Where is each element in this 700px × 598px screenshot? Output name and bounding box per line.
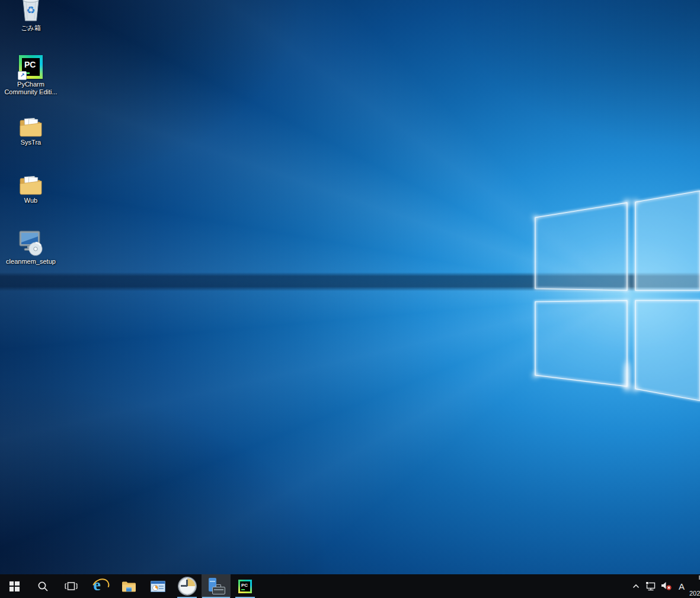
ethernet-network-icon [645,581,657,591]
start-button[interactable] [0,574,28,598]
clock-app-button[interactable] [172,574,202,598]
search-icon [37,581,49,592]
desktop-wallpaper [0,0,700,574]
pycharm-label-line1: PyCharm [17,81,44,88]
network-status-button[interactable] [643,574,659,598]
file-explorer-button[interactable] [114,574,143,598]
system-config-icon [151,581,165,592]
windows-start-icon [9,581,20,591]
task-view-button[interactable] [57,574,85,598]
installer-icon [17,230,44,256]
clock-date-partial: 202 [689,590,700,597]
desktop-icon-pycharm[interactable]: PC ↗ PyCharm Community Editi... [0,55,62,96]
pc-tower-toolbox-icon [207,578,225,594]
wub-label: Wub [24,197,37,204]
folder-icon [19,175,43,195]
systra-label: SysTra [21,139,41,146]
task-view-icon [65,581,78,591]
desktop-icon-wub[interactable]: Wub [0,175,62,204]
recycle-bin-label: ごみ箱 [21,24,41,32]
recycle-bin-icon: ♻ [19,0,43,23]
volume-muted-icon [660,581,672,591]
pycharm-icon: PC ↗ [19,55,43,79]
ime-mode-indicator[interactable]: A [674,574,689,598]
desktop-icon-cleanmem-setup[interactable]: cleanmem_setup [0,230,62,266]
system-config-app-button[interactable] [143,574,172,598]
ime-letter: A [679,581,685,591]
shortcut-arrow-icon: ↗ [18,71,27,80]
chevron-up-icon [632,584,640,589]
svg-text:♻: ♻ [26,4,35,16]
pycharm-taskbar-button[interactable]: PC [231,574,260,598]
file-explorer-icon [122,581,136,592]
pycharm-label-line2: Community Editi... [4,88,57,96]
folder-icon [19,117,43,137]
taskbar: e [0,574,700,598]
pycharm-icon: PC [238,580,252,593]
clock-icon [178,577,196,595]
pc-tools-app-button[interactable] [202,574,231,598]
internet-explorer-icon: e [92,578,108,594]
internet-explorer-button[interactable]: e [85,574,114,598]
windows-logo-artwork [510,178,700,415]
taskbar-clock[interactable]: 202 [689,573,700,598]
desktop-icon-systra[interactable]: SysTra [0,117,62,146]
system-tray: A 202 [629,574,700,598]
search-button[interactable] [28,574,57,598]
cleanmem-setup-label: cleanmem_setup [6,258,56,266]
desktop-icon-recycle-bin[interactable]: ♻ ごみ箱 [0,0,62,32]
show-hidden-icons-button[interactable] [629,574,643,598]
volume-button[interactable] [659,574,674,598]
